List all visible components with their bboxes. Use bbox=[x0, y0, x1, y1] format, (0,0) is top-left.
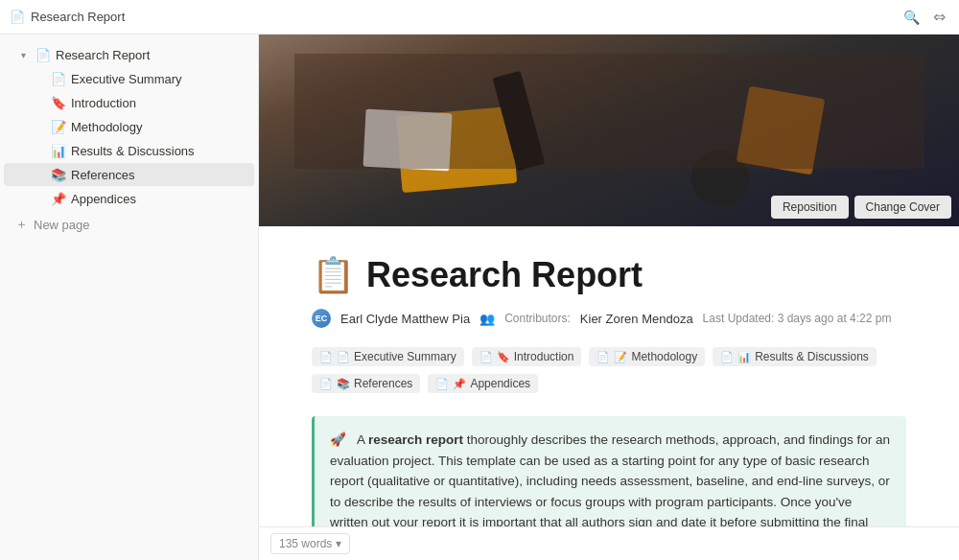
sidebar-item-appendices[interactable]: 📌 Appendices bbox=[4, 187, 254, 210]
chevron-down-icon: ▾ bbox=[336, 537, 341, 550]
new-page-plus-icon: ＋ bbox=[15, 216, 28, 233]
topbar-title: Research Report bbox=[31, 10, 894, 24]
subpage-executive-label: Executive Summary bbox=[354, 350, 456, 363]
subpage-intro-label: Introduction bbox=[514, 350, 574, 363]
subpage-app-icon: 📌 bbox=[453, 378, 466, 390]
introduction-icon: 🔖 bbox=[50, 94, 67, 111]
subpage-results-label: Results & Discussions bbox=[755, 350, 869, 363]
root-page-icon: 📄 bbox=[35, 46, 52, 63]
contributors-icon: 👥 bbox=[480, 312, 495, 326]
rocket-icon: 🚀 bbox=[330, 432, 346, 447]
subpage-doc-icon: 📄 bbox=[319, 351, 333, 363]
subpage-doc-icon2: 📄 bbox=[480, 351, 493, 363]
sidebar-item-results[interactable]: 📊 Results & Discussions bbox=[4, 139, 254, 162]
toggle-icon[interactable]: ▾ bbox=[15, 47, 31, 62]
sidebar-executive-summary-label: Executive Summary bbox=[71, 72, 246, 86]
sidebar-item-references[interactable]: 📚 References bbox=[4, 163, 254, 186]
word-count-button[interactable]: 135 words ▾ bbox=[270, 533, 350, 554]
meta-row: EC Earl Clyde Matthew Pia 👥 Contributors… bbox=[312, 309, 906, 328]
subpage-doc-icon3: 📄 bbox=[596, 351, 610, 363]
word-count-text: 135 words bbox=[279, 537, 332, 550]
toggle-spacer bbox=[31, 143, 46, 158]
sidebar-introduction-label: Introduction bbox=[71, 96, 246, 110]
subpage-references[interactable]: 📄 📚 References bbox=[312, 374, 420, 393]
subpage-executive-icon: 📄 bbox=[337, 351, 350, 363]
sidebar-item-methodology[interactable]: 📝 Methodology bbox=[4, 115, 254, 138]
subpage-results-icon: 📊 bbox=[737, 351, 751, 363]
subpage-app-label: Appendices bbox=[470, 377, 530, 390]
toggle-spacer bbox=[31, 95, 46, 110]
cover-overlay: Reposition Change Cover bbox=[771, 196, 951, 219]
sidebar-root-item[interactable]: ▾ 📄 Research Report bbox=[4, 43, 254, 66]
subpage-introduction[interactable]: 📄 🔖 Introduction bbox=[472, 347, 582, 366]
sidebar-appendices-label: Appendices bbox=[71, 192, 246, 206]
subpage-doc-icon5: 📄 bbox=[319, 378, 333, 390]
reposition-button[interactable]: Reposition bbox=[771, 196, 849, 219]
contributors-names: Kier Zoren Mendoza bbox=[580, 312, 693, 326]
topbar: 📄 Research Report 🔍 ⇔ bbox=[0, 0, 959, 35]
references-icon: 📚 bbox=[50, 166, 67, 183]
author-avatar: EC bbox=[312, 309, 331, 328]
page-title-row: 📋 Research Report bbox=[312, 255, 906, 295]
sidebar: ▾ 📄 Research Report 📄 Executive Summary … bbox=[0, 35, 259, 560]
contributors-label: Contributors: bbox=[504, 312, 571, 325]
page-emoji: 📋 bbox=[312, 255, 355, 295]
new-page-button[interactable]: ＋ New page bbox=[4, 212, 254, 237]
last-updated: Last Updated: 3 days ago at 4:22 pm bbox=[703, 312, 892, 325]
subpage-results[interactable]: 📄 📊 Results & Discussions bbox=[713, 347, 877, 366]
executive-summary-icon: 📄 bbox=[50, 70, 67, 87]
subpage-ref-icon: 📚 bbox=[337, 378, 350, 390]
sidebar-toggle-icon[interactable]: ⇔ bbox=[929, 4, 949, 30]
toggle-spacer bbox=[31, 71, 46, 86]
subpage-intro-icon: 🔖 bbox=[497, 351, 510, 363]
subpage-ref-label: References bbox=[354, 377, 412, 390]
sidebar-methodology-label: Methodology bbox=[71, 120, 246, 134]
change-cover-button[interactable]: Change Cover bbox=[854, 196, 951, 219]
page-title: Research Report bbox=[366, 255, 643, 295]
sidebar-results-label: Results & Discussions bbox=[71, 144, 246, 158]
new-page-label: New page bbox=[34, 218, 90, 232]
results-icon: 📊 bbox=[50, 142, 67, 159]
subpages-row: 📄 📄 Executive Summary 📄 🔖 Introduction 📄… bbox=[312, 347, 906, 393]
subpage-doc-icon6: 📄 bbox=[435, 378, 449, 390]
methodology-icon: 📝 bbox=[50, 118, 67, 135]
sidebar-root-label: Research Report bbox=[56, 48, 246, 62]
subpage-executive-summary[interactable]: 📄 📄 Executive Summary bbox=[312, 347, 464, 366]
main-content: Reposition Change Cover 📋 Research Repor… bbox=[259, 35, 959, 560]
subpage-appendices[interactable]: 📄 📌 Appendices bbox=[428, 374, 538, 393]
appendices-icon: 📌 bbox=[50, 190, 67, 207]
subpage-meth-icon: 📝 bbox=[614, 351, 627, 363]
toggle-spacer bbox=[31, 191, 46, 206]
subpage-doc-icon4: 📄 bbox=[720, 351, 734, 363]
sidebar-item-introduction[interactable]: 🔖 Introduction bbox=[4, 91, 254, 114]
sidebar-item-executive-summary[interactable]: 📄 Executive Summary bbox=[4, 67, 254, 90]
author-name: Earl Clyde Matthew Pia bbox=[340, 312, 470, 326]
toggle-spacer bbox=[31, 119, 46, 134]
sidebar-references-label: References bbox=[71, 168, 246, 182]
search-icon[interactable]: 🔍 bbox=[900, 6, 924, 29]
cover-area: Reposition Change Cover bbox=[259, 35, 959, 226]
subpage-meth-label: Methodology bbox=[631, 350, 697, 363]
toggle-spacer bbox=[31, 167, 46, 182]
bottom-bar: 135 words ▾ bbox=[259, 526, 959, 560]
app-icon: 📄 bbox=[10, 10, 25, 24]
layout: ▾ 📄 Research Report 📄 Executive Summary … bbox=[0, 35, 959, 560]
subpage-methodology[interactable]: 📄 📝 Methodology bbox=[589, 347, 705, 366]
page-content-area: 📋 Research Report EC Earl Clyde Matthew … bbox=[273, 226, 945, 560]
